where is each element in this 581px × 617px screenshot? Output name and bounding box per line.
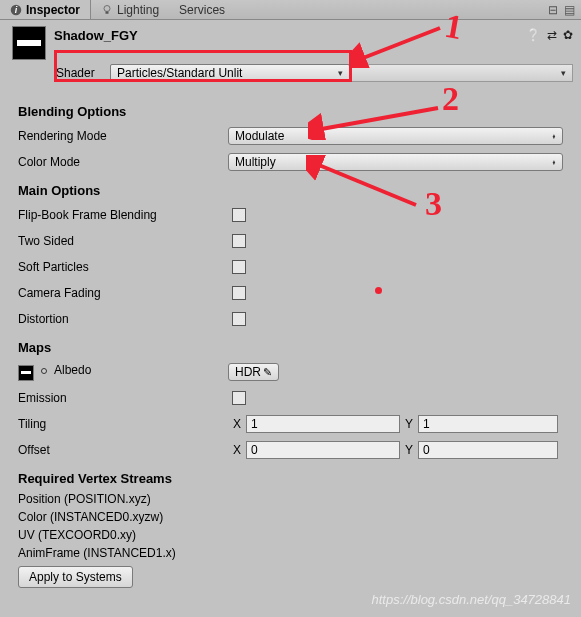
maps-heading: Maps [18, 340, 563, 355]
flipbook-label: Flip-Book Frame Blending [18, 208, 228, 222]
shader-value: Particles/Standard Unlit [117, 66, 242, 80]
material-name: Shadow_FGY [54, 26, 138, 43]
distortion-checkbox[interactable] [232, 312, 246, 326]
tab-lighting[interactable]: Lighting [91, 0, 169, 19]
rendering-mode-label: Rendering Mode [18, 129, 228, 143]
eyedropper-icon: ✎ [263, 366, 272, 379]
emission-label: Emission [18, 391, 228, 405]
stream-animframe: AnimFrame (INSTANCED1.x) [18, 544, 563, 562]
hdr-color-button[interactable]: HDR ✎ [228, 363, 279, 381]
gear-icon[interactable]: ✿ [563, 28, 573, 42]
twosided-checkbox[interactable] [232, 234, 246, 248]
row-flipbook: Flip-Book Frame Blending [18, 202, 563, 228]
context-menu-icon[interactable]: ▤ [564, 3, 575, 17]
shader-label: Shader [56, 66, 110, 80]
albedo-picker-icon[interactable] [41, 368, 47, 374]
streams-list: Position (POSITION.xyz) Color (INSTANCED… [18, 490, 563, 562]
row-softparticles: Soft Particles [18, 254, 563, 280]
softparticles-checkbox[interactable] [232, 260, 246, 274]
tiling-label: Tiling [18, 417, 228, 431]
softparticles-label: Soft Particles [18, 260, 228, 274]
color-mode-value: Multiply [235, 155, 276, 169]
row-distortion: Distortion [18, 306, 563, 332]
watermark: https://blog.csdn.net/qq_34728841 [372, 592, 572, 607]
tiling-y-input[interactable] [418, 415, 558, 433]
row-tiling: Tiling X Y [18, 411, 563, 437]
twosided-label: Two Sided [18, 234, 228, 248]
row-twosided: Two Sided [18, 228, 563, 254]
row-rendering-mode: Rendering Mode Modulate [18, 123, 563, 149]
svg-rect-3 [106, 11, 109, 13]
shader-row: Shader Particles/Standard Unlit [56, 64, 573, 82]
info-icon: i [10, 4, 22, 16]
row-albedo: Albedo HDR ✎ [18, 359, 563, 385]
apply-to-systems-button[interactable]: Apply to Systems [18, 566, 133, 588]
tiling-y-label: Y [400, 417, 418, 431]
shader-dropdown-extended[interactable] [350, 64, 573, 82]
albedo-text: Albedo [54, 363, 91, 377]
offset-label: Offset [18, 443, 228, 457]
offset-x-label: X [228, 443, 246, 457]
tab-right: ⊟ ▤ [548, 3, 581, 17]
albedo-label: Albedo [18, 363, 228, 381]
rendering-mode-dropdown[interactable]: Modulate [228, 127, 563, 145]
shader-dropdown[interactable]: Particles/Standard Unlit [110, 64, 350, 82]
flipbook-checkbox[interactable] [232, 208, 246, 222]
tab-inspector[interactable]: i Inspector [0, 0, 91, 19]
camerafading-checkbox[interactable] [232, 286, 246, 300]
apply-label: Apply to Systems [29, 570, 122, 584]
distortion-label: Distortion [18, 312, 228, 326]
help-icon[interactable]: ❔ [526, 28, 541, 42]
main-heading: Main Options [18, 183, 563, 198]
preset-icon[interactable]: ⇄ [547, 28, 557, 42]
hdr-text: HDR [235, 365, 261, 379]
material-header: Shadow_FGY ❔ ⇄ ✿ [0, 20, 581, 60]
header-icons: ❔ ⇄ ✿ [526, 26, 573, 42]
section-blending: Blending Options Rendering Mode Modulate… [0, 90, 581, 590]
camerafading-label: Camera Fading [18, 286, 228, 300]
stream-uv: UV (TEXCOORD0.xy) [18, 526, 563, 544]
lock-icon[interactable]: ⊟ [548, 3, 558, 17]
blending-heading: Blending Options [18, 104, 563, 119]
material-preview[interactable] [12, 26, 46, 60]
offset-y-input[interactable] [418, 441, 558, 459]
tab-label: Inspector [26, 3, 80, 17]
stream-position: Position (POSITION.xyz) [18, 490, 563, 508]
offset-y-label: Y [400, 443, 418, 457]
row-offset: Offset X Y [18, 437, 563, 463]
tiling-x-label: X [228, 417, 246, 431]
tab-label: Lighting [117, 3, 159, 17]
tab-bar: i Inspector Lighting Services ⊟ ▤ [0, 0, 581, 20]
tab-services[interactable]: Services [169, 0, 235, 19]
offset-x-input[interactable] [246, 441, 400, 459]
tab-label: Services [179, 3, 225, 17]
color-mode-dropdown[interactable]: Multiply [228, 153, 563, 171]
svg-point-2 [104, 5, 110, 11]
color-mode-label: Color Mode [18, 155, 228, 169]
row-color-mode: Color Mode Multiply [18, 149, 563, 175]
tiling-x-input[interactable] [246, 415, 400, 433]
lightbulb-icon [101, 4, 113, 16]
rendering-mode-value: Modulate [235, 129, 284, 143]
emission-checkbox[interactable] [232, 391, 246, 405]
streams-heading: Required Vertex Streams [18, 471, 563, 486]
row-camerafading: Camera Fading [18, 280, 563, 306]
stream-color: Color (INSTANCED0.xyzw) [18, 508, 563, 526]
albedo-texture-slot[interactable] [18, 365, 34, 381]
row-emission: Emission [18, 385, 563, 411]
